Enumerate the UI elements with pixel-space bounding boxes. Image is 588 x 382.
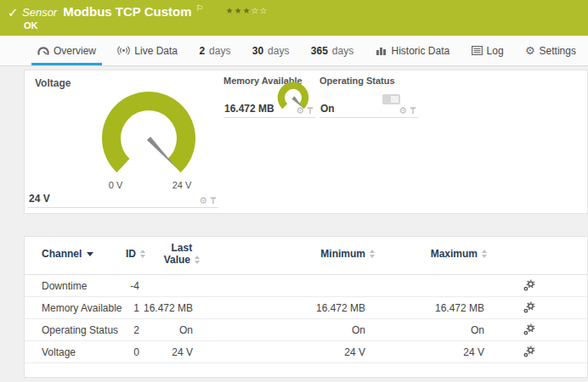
tab-365-days[interactable]: 365 days	[311, 36, 353, 65]
gauge-min-label: 0 V	[109, 180, 123, 190]
tab-historic-data[interactable]: Historic Data	[376, 36, 450, 65]
table-header-row: Channel ID Last Value Minimum Maximum	[25, 237, 587, 275]
tab-log[interactable]: Log	[472, 36, 504, 65]
gauges-card: Voltage 0 V 24 V 24 V ⚙ Memory Available	[24, 70, 588, 214]
edit-channel-icon[interactable]	[523, 275, 535, 296]
sort-icon	[195, 256, 200, 264]
channel-last-value: 16.472 MB	[144, 297, 193, 318]
gauge-needle	[147, 137, 177, 168]
ok-check-icon: ✓	[8, 5, 19, 20]
operating-widget-title: Operating Status	[319, 76, 395, 86]
channel-name[interactable]: Voltage	[42, 341, 76, 362]
channel-id: 0	[133, 341, 139, 362]
bar-chart-icon	[376, 46, 387, 55]
channel-id: 1	[133, 297, 139, 318]
widget-pin-icon[interactable]	[307, 107, 314, 115]
widget-gear-icon[interactable]: ⚙	[399, 106, 407, 115]
column-header-minimum[interactable]: Minimum	[320, 248, 375, 260]
column-header-maximum[interactable]: Maximum	[431, 248, 487, 260]
table-row[interactable]: Voltage 0 24 V 24 V 24 V	[25, 341, 587, 363]
gauge-icon	[37, 46, 49, 56]
tab-overview-label: Overview	[54, 45, 96, 57]
channel-maximum: On	[471, 319, 484, 340]
column-header-channel[interactable]: Channel	[42, 248, 93, 260]
widget-gear-icon[interactable]: ⚙	[296, 106, 304, 115]
edit-channel-icon[interactable]	[523, 341, 535, 362]
channel-name[interactable]: Downtime	[42, 275, 87, 296]
edit-channel-icon[interactable]	[523, 319, 535, 340]
column-header-last-value[interactable]: Last Value	[164, 242, 200, 266]
voltage-gauge-widget: Voltage 0 V 24 V 24 V ⚙	[25, 70, 220, 208]
voltage-widget-title: Voltage	[35, 77, 71, 89]
channel-name[interactable]: Operating Status	[42, 319, 118, 340]
tab-bar: Overview Live Data 2 days 30 days 365 da…	[0, 36, 588, 66]
channel-last-value: On	[179, 319, 193, 340]
voltage-gauge: 0 V 24 V	[81, 77, 217, 194]
tab-2-days[interactable]: 2 days	[199, 36, 230, 65]
tab-live-data-label: Live Data	[134, 45, 178, 57]
stars-filled[interactable]: ★★★	[226, 6, 252, 15]
tab-historic-data-label: Historic Data	[392, 45, 450, 57]
flag-icon[interactable]: ⚐	[196, 3, 204, 13]
channel-last-value: 24 V	[172, 341, 193, 362]
sort-desc-icon	[87, 252, 93, 256]
gauge-max-label: 24 V	[172, 180, 192, 190]
tab-settings-label: Settings	[540, 45, 576, 57]
voltage-value: 24 V	[29, 193, 50, 205]
tab-live-data[interactable]: Live Data	[117, 36, 178, 65]
sort-icon	[482, 250, 487, 258]
live-signal-icon	[117, 46, 130, 55]
tab-30-days[interactable]: 30 days	[252, 36, 290, 65]
widget-pin-icon[interactable]	[410, 107, 416, 115]
tab-365-days-label: days	[332, 45, 353, 57]
channel-id: 2	[133, 319, 139, 340]
tab-overview[interactable]: Overview	[37, 36, 96, 65]
widget-pin-icon[interactable]	[210, 197, 217, 205]
tab-30-days-number: 30	[252, 45, 263, 57]
channel-minimum: On	[352, 319, 365, 340]
channel-maximum: 16.472 MB	[435, 297, 484, 318]
table-row[interactable]: Memory Available 1 16.472 MB 16.472 MB 1…	[25, 297, 587, 319]
edit-channel-icon[interactable]	[523, 297, 535, 318]
channel-minimum: 24 V	[344, 341, 365, 362]
channel-maximum: 24 V	[463, 341, 484, 362]
memory-value: 16.472 MB	[224, 103, 274, 115]
column-header-id[interactable]: ID	[126, 248, 145, 260]
operating-value: On	[320, 103, 335, 115]
voltage-widget-footer: 24 V ⚙	[28, 193, 218, 208]
object-kind-label: Sensor	[22, 3, 57, 19]
tab-2-days-label: days	[209, 45, 230, 57]
sensor-overview-page: ✓ Sensor Modbus TCP Custom ⚐ ★★★☆☆ OK Ov…	[0, 0, 588, 382]
status-badge: OK	[24, 20, 38, 31]
table-row[interactable]: Operating Status 2 On On On	[25, 319, 587, 341]
memory-gauge-widget: Memory Available 16.472 MB ⚙	[223, 74, 315, 118]
tab-log-label: Log	[487, 45, 504, 57]
sensor-header: ✓ Sensor Modbus TCP Custom ⚐ ★★★☆☆ OK	[0, 0, 588, 36]
sort-icon	[370, 250, 375, 258]
widget-gear-icon[interactable]: ⚙	[199, 196, 207, 205]
channel-minimum: 16.472 MB	[316, 297, 365, 318]
memory-widget-footer: 16.472 MB ⚙	[223, 103, 315, 118]
table-row[interactable]: Downtime -4	[25, 275, 587, 297]
priority-stars[interactable]: ★★★☆☆	[226, 3, 269, 15]
log-list-icon	[472, 46, 483, 55]
stars-empty[interactable]: ☆☆	[251, 6, 268, 15]
channels-table-card: Channel ID Last Value Minimum Maximum Do…	[24, 236, 588, 378]
operating-widget-footer: On ⚙	[319, 103, 418, 118]
tab-30-days-label: days	[268, 45, 289, 57]
channel-id: -4	[130, 275, 139, 296]
tab-settings[interactable]: ⚙ Settings	[525, 36, 576, 65]
sort-icon	[140, 250, 145, 258]
sensor-title: Modbus TCP Custom	[63, 3, 191, 19]
channel-name[interactable]: Memory Available	[42, 297, 122, 318]
settings-gear-icon: ⚙	[525, 45, 535, 56]
operating-status-widget: Operating Status On ⚙	[319, 74, 418, 118]
tab-2-days-number: 2	[199, 45, 205, 57]
tab-365-days-number: 365	[311, 45, 328, 57]
